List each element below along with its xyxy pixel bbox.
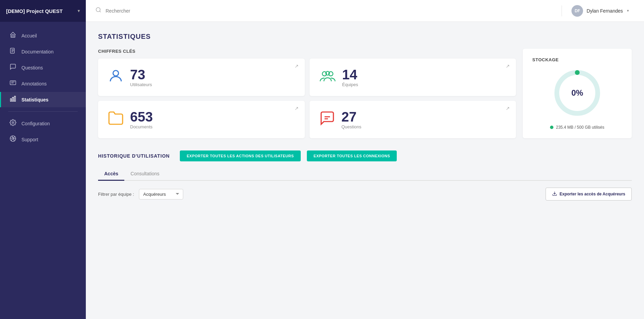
donut-percent: 0%: [571, 88, 583, 98]
stat-label: Documents: [130, 124, 153, 129]
filter-label: Filtrer par équipe :: [98, 192, 134, 197]
project-header[interactable]: [DEMO] Project QUEST ▾: [0, 0, 86, 22]
tab-acces[interactable]: Accès: [98, 168, 124, 181]
stat-label: Utilisateurs: [130, 82, 152, 87]
svg-point-9: [113, 70, 119, 76]
documentation-icon: [9, 47, 17, 56]
sidebar-item-label: Accueil: [21, 33, 37, 38]
chiffres-grid: ↗ 73 Utilisateurs ↗: [98, 59, 516, 138]
export-actions-button[interactable]: EXPORTER TOUTES LES ACTIONS DES UTILISAT…: [180, 150, 301, 161]
svg-rect-4: [14, 96, 15, 101]
user-chevron-icon: ▾: [627, 9, 629, 13]
questions-icon: [9, 63, 17, 72]
svg-rect-2: [11, 99, 12, 101]
sidebar-item-label: Documentation: [21, 49, 53, 54]
support-icon: [9, 135, 17, 144]
sidebar-item-label: Support: [21, 137, 38, 142]
stat-number: 653: [130, 110, 153, 124]
svg-point-5: [12, 122, 14, 124]
export-acces-label: Exporter les accès de Acquéreurs: [560, 192, 625, 196]
svg-line-8: [99, 11, 100, 12]
export-acces-button[interactable]: Exporter les accès de Acquéreurs: [546, 188, 632, 201]
svg-rect-3: [12, 97, 13, 101]
historique-header: HISTORIQUE D'UTILISATION EXPORTER TOUTES…: [98, 150, 632, 161]
stat-number: 14: [342, 68, 358, 81]
stat-number: 27: [342, 110, 362, 124]
search-icon: [95, 7, 101, 15]
nav-divider: [8, 111, 78, 112]
user-name: Dylan Fernandes: [586, 8, 623, 14]
stat-card-documents: ↗ 653 Documents: [98, 101, 305, 138]
stat-info: 14 Équipes: [342, 68, 358, 87]
expand-icon[interactable]: ↗: [506, 106, 510, 111]
storage-info: 235.4 MB / 500 GB utilisés: [550, 125, 604, 130]
project-title: [DEMO] Project QUEST: [6, 8, 63, 14]
export-connexions-button[interactable]: EXPORTER TOUTES LES CONNEXIONS: [307, 150, 397, 161]
storage-dot-icon: [550, 126, 553, 129]
stat-info: 653 Documents: [130, 110, 153, 129]
stockage-section: STOCKAGE 0% 235.4 MB / 500 GB utilisés: [523, 49, 632, 138]
stat-card-questions: ↗ 27 Questions: [310, 101, 516, 138]
annotations-icon: [9, 79, 17, 88]
team-filter-select[interactable]: Acquéreurs Équipe 1 Équipe 2: [139, 189, 183, 200]
page-title: STATISTIQUES: [98, 33, 632, 41]
sidebar-item-configuration[interactable]: Configuration: [0, 116, 86, 131]
expand-icon[interactable]: ↗: [295, 63, 299, 69]
main-area: DF Dylan Fernandes ▾ STATISTIQUES CHIFFR…: [86, 0, 644, 319]
expand-icon[interactable]: ↗: [506, 63, 510, 69]
content: STATISTIQUES CHIFFRES CLÉS ↗ 73 Utilisat…: [86, 22, 644, 319]
stats-icon: [9, 95, 17, 104]
sidebar-item-accueil[interactable]: Accueil: [0, 28, 86, 43]
sidebar-item-label: Questions: [21, 65, 43, 70]
folder-icon: [108, 110, 124, 129]
avatar: DF: [571, 5, 583, 17]
download-icon: [552, 191, 557, 197]
sidebar-item-label: Configuration: [21, 121, 50, 126]
questions-chat-icon: [319, 110, 335, 129]
sidebar-item-statistiques[interactable]: Statistiques: [0, 92, 86, 107]
stat-number: 73: [130, 68, 152, 81]
stat-card-users: ↗ 73 Utilisateurs: [98, 59, 305, 96]
sidebar-item-annotations[interactable]: Annotations: [0, 76, 86, 91]
stat-label: Questions: [342, 124, 362, 129]
sidebar-item-support[interactable]: Support: [0, 132, 86, 147]
topbar-divider: [562, 5, 562, 16]
chevron-down-icon: ▾: [78, 9, 80, 13]
historique-tabs: Accès Consultations: [98, 168, 632, 181]
sidebar-item-questions[interactable]: Questions: [0, 60, 86, 75]
user-area[interactable]: DF Dylan Fernandes ▾: [566, 5, 634, 17]
stat-info: 73 Utilisateurs: [130, 68, 152, 87]
search-input[interactable]: [106, 8, 187, 14]
sidebar-item-label: Annotations: [21, 81, 47, 86]
stockage-title: STOCKAGE: [532, 57, 559, 62]
filter-row: Filtrer par équipe : Acquéreurs Équipe 1…: [98, 188, 632, 201]
donut-chart: 0%: [550, 66, 604, 120]
gear-icon: [9, 119, 17, 128]
stats-layout: CHIFFRES CLÉS ↗ 73 Utilisateurs: [98, 49, 632, 138]
stat-label: Équipes: [342, 82, 358, 87]
sidebar-nav: Accueil Documentation Questions Annotati…: [0, 22, 86, 319]
topbar: DF Dylan Fernandes ▾: [86, 0, 644, 22]
user-icon: [108, 68, 124, 87]
chiffres-title: CHIFFRES CLÉS: [98, 49, 516, 54]
storage-text: 235.4 MB / 500 GB utilisés: [556, 125, 604, 130]
stat-card-teams: ↗ 14 Équipes: [310, 59, 516, 96]
historique-section: HISTORIQUE D'UTILISATION EXPORTER TOUTES…: [98, 150, 632, 201]
team-icon: [319, 67, 336, 87]
tab-consultations[interactable]: Consultations: [124, 168, 166, 181]
historique-title: HISTORIQUE D'UTILISATION: [98, 153, 170, 159]
svg-rect-1: [10, 81, 16, 85]
expand-icon[interactable]: ↗: [295, 106, 299, 111]
chiffres-section: CHIFFRES CLÉS ↗ 73 Utilisateurs: [98, 49, 516, 138]
sidebar-item-documentation[interactable]: Documentation: [0, 44, 86, 59]
sidebar: [DEMO] Project QUEST ▾ Accueil Documenta…: [0, 0, 86, 319]
stat-info: 27 Questions: [342, 110, 362, 129]
home-icon: [9, 31, 17, 40]
svg-point-7: [96, 7, 100, 12]
sidebar-item-label: Statistiques: [21, 97, 48, 102]
